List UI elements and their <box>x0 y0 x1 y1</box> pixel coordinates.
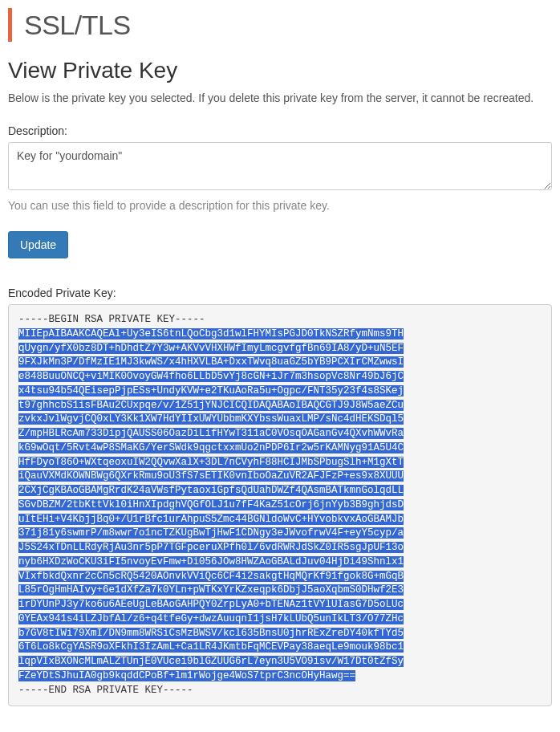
key-line: t97ghhcbS1isFBAu2CUxpqe/v/1Z51jYNJCICQID… <box>18 400 404 411</box>
key-line: FZeYDtSJhuIA0gb9kqddCPoBf+lm1rWojge4WoS7… <box>18 670 355 681</box>
key-line: 371j81y6swmrP/m8wwr7o1ncTZKUgBwTjHwF1CDN… <box>18 527 404 539</box>
intro-text: Below is the private key you selected. I… <box>8 92 552 104</box>
key-line: iQauVXMdKOWNBWg6QXrkRmu9oU3fS7sETIK0vnIb… <box>18 470 404 482</box>
key-line: 9FXJkMn3P/DfMzIE1MJ3kwWS/x4hHXVLBA+DxxTW… <box>18 356 404 368</box>
key-line: uItEHi+V4KbjjBq0+/U1rBfc1urAhpuS5Zmc44BG… <box>18 514 404 525</box>
key-line: HfFDyoT86O+WXtqeoxuIW2QQvwXalX+3DL7nCVyh… <box>18 457 404 468</box>
update-button[interactable]: Update <box>8 231 68 258</box>
key-line: 2CXjCgKBAoGBAMgRrdK24aVWsfPytaoxiGpfsQdU… <box>18 485 404 496</box>
page-header: SSL/TLS <box>8 8 552 42</box>
key-line: Z/mpHBLRcAm733DipjQAUSS06OazDiLifHYwT311… <box>18 428 404 439</box>
key-line: 0YEAx941s4iLZJbfAl/z6+q4tfeGy+dwzAuuqnI1… <box>18 613 404 624</box>
key-line: MIIEpAIBAAKCAQEAl+Uy3eIS6tnLQoCbg3d1wlFH… <box>18 328 404 340</box>
key-line: J5S24xTDnLLRdyRjAu3nr5pP7TGFpceruXPfh0l/… <box>18 542 404 553</box>
key-line: kG9wOqt/5Rvt4wP8SMaKG/YerSWdk9qgctxxmUo2… <box>18 442 404 453</box>
encoded-key-container: -----BEGIN RSA PRIVATE KEY----- MIIEpAIB… <box>8 304 552 706</box>
encoded-key-content[interactable]: -----BEGIN RSA PRIVATE KEY----- MIIEpAIB… <box>18 313 542 697</box>
key-line: nyb6HXDzWoCKU3iFI5nvoyEvFmw+Di056JOw8HWZ… <box>18 556 404 567</box>
key-line: b7GV8tIWi79XmI/DN9mm8WRSiCsMzBWSV/kcl635… <box>18 628 404 639</box>
key-line: lqpVIxBXONcMLmALZTUnjE0VUcei9blGZUUG6rL7… <box>18 656 404 667</box>
key-line: SGvDBZM/2tbKttVkl0iHnXIpdghVQGfOLJ1u7fF4… <box>18 499 404 510</box>
encoded-key-label: Encoded Private Key: <box>8 287 552 299</box>
key-line: e848BuuONCQ+viMIK0OvoyGW4fho6LLbD5vYj8cG… <box>18 371 404 382</box>
key-line: zvkxJvlWgvjCQ0xLY3Kk1XW7HdYIIxUWYUbbmKXY… <box>18 413 404 425</box>
description-label: Description: <box>8 124 552 137</box>
section-heading: View Private Key <box>8 58 552 83</box>
key-line: qUygn/yfX0bz8DT+hDhdtZ7Y3w+AKVvVHXHWfImy… <box>18 343 404 354</box>
description-input[interactable] <box>8 142 552 190</box>
accent-bar <box>8 8 12 42</box>
key-line: VIxfbkdQxnr2cCn5cRQ5420AOnvkVViQc6CF4i2s… <box>18 571 404 582</box>
key-line: x4tsu94b54QEisepPjpESs+UndyKVW+e2TKuAoRa… <box>18 385 404 396</box>
description-help: You can use this field to provide a desc… <box>8 199 552 212</box>
key-line: irDYUnPJ3y7ko6u6AEeUgLeBAoGAHPQY0ZrpLyA0… <box>18 599 404 610</box>
page-title: SSL/TLS <box>24 10 131 41</box>
key-line: 6T6Lo8kCgYASR9oXFkhI3IzAmL+Ca1LR4JKmtbFq… <box>18 641 404 653</box>
key-line: L85rOgHmHAIvy+6e1dXfZa7k0YLn+pWTKxYrKZxe… <box>18 584 404 596</box>
